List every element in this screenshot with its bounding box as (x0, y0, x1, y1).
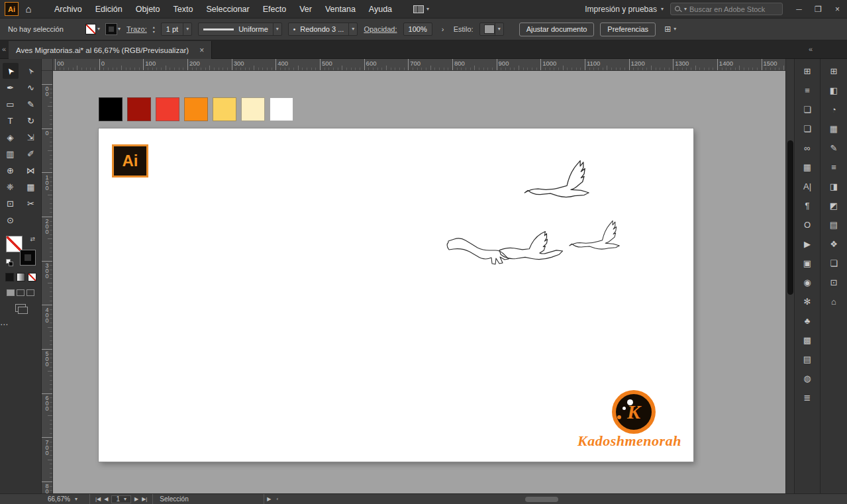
opacity-input[interactable]: 100% (403, 23, 432, 36)
collapse-left-icon[interactable]: « (2, 45, 6, 53)
status-menu-arrow-icon[interactable]: ▶ (264, 496, 274, 502)
document-canvas[interactable]: Ai K Kadoshmenorah (53, 71, 785, 493)
eyedropper-tool[interactable]: ✐ (23, 146, 39, 162)
zoom-tool[interactable]: ⊙ (3, 212, 19, 228)
appearance-panel-icon[interactable]: ▤ (825, 218, 842, 231)
menu-item[interactable]: Edición (89, 0, 129, 19)
prev-artboard-icon[interactable]: ◀ (104, 496, 108, 502)
stepper-down-icon[interactable]: ▾ (153, 30, 155, 34)
default-fill-stroke-icon[interactable] (6, 259, 13, 266)
align-panel-icon[interactable]: ≡ (799, 83, 816, 97)
brush-definition-select[interactable]: • Redondo 3 ... ▾ (288, 23, 358, 36)
arrange-documents-icon[interactable]: ⊞ ▾ (664, 25, 676, 34)
libraries-panel-icon[interactable]: ⌂ (825, 295, 842, 308)
paragraph-panel-icon[interactable]: ¶ (799, 199, 816, 212)
status-back-icon[interactable]: ‹ (274, 496, 281, 502)
menu-item[interactable]: Texto (167, 0, 200, 19)
color-swatch-object[interactable] (184, 97, 208, 121)
direct-selection-tool[interactable]: ➢ (23, 63, 39, 79)
home-icon[interactable]: ⌂ (19, 3, 38, 15)
color-button[interactable] (5, 273, 14, 281)
none-button[interactable] (28, 273, 36, 281)
preferences-button[interactable]: Preferencias (600, 23, 656, 36)
gradient-panel-icon[interactable]: ◉ (799, 276, 816, 289)
artboards-panel-icon[interactable]: ▣ (799, 256, 816, 270)
horizontal-scrollbar-thumb[interactable] (525, 497, 558, 502)
menu-item[interactable]: Seleccionar (199, 0, 256, 19)
slice-tool[interactable]: ✂ (23, 195, 39, 211)
artboards-panel-icon[interactable]: ⊡ (825, 276, 842, 289)
color-swatch-object[interactable] (127, 97, 151, 121)
transform-panel-icon[interactable]: ⊞ (799, 64, 816, 77)
paintbrush-tool[interactable]: ✎ (23, 96, 39, 112)
screen-mode-icon[interactable] (15, 304, 26, 312)
workspace-selector[interactable]: Impresión y pruebas ▾ (585, 5, 664, 14)
draw-inside-button[interactable] (26, 289, 34, 296)
workspace-switcher-icon[interactable]: ▾ (413, 5, 429, 13)
rectangle-tool[interactable]: ▭ (3, 96, 19, 112)
status-display[interactable]: Selección (153, 494, 264, 504)
fill-color-control[interactable]: ▾ (85, 24, 100, 34)
opacity-panel-arrow-icon[interactable]: › (438, 25, 448, 33)
vertical-ruler[interactable]: 000100200300400500600700800 (42, 71, 53, 493)
edit-toolbar-icon[interactable]: ⋯ (0, 320, 8, 329)
eraser-tool[interactable]: ◈ (3, 129, 19, 145)
graphic-styles-panel-icon[interactable]: ❖ (825, 237, 842, 250)
brand-name-text[interactable]: Kadoshmenorah (577, 432, 681, 450)
vertical-scrollbar[interactable] (785, 59, 794, 493)
collapse-right-icon[interactable]: « (809, 45, 813, 53)
opacity-label[interactable]: Opacidad: (364, 25, 397, 33)
color-swatch-object[interactable] (156, 97, 179, 121)
next-artboard-icon[interactable]: ▶ (134, 496, 138, 502)
menu-item[interactable]: Ventana (319, 0, 362, 19)
color-swatch-object[interactable] (241, 97, 265, 121)
fill-stroke-indicator[interactable]: ⇄ (6, 236, 35, 265)
links-panel-icon[interactable]: ∞ (799, 141, 816, 154)
appearance-panel-icon[interactable]: ≣ (799, 391, 816, 404)
stroke-panel-icon[interactable]: ≡ (825, 160, 842, 174)
symbol-tools-panel-icon[interactable]: ✻ (799, 295, 816, 308)
last-artboard-icon[interactable]: ▶| (142, 496, 147, 502)
gradient-tool[interactable]: ▥ (3, 146, 19, 162)
layers-panel-icon[interactable]: ❏ (799, 122, 816, 135)
artboard-tool[interactable]: ⊡ (3, 195, 19, 211)
menu-item[interactable]: Ver (293, 0, 319, 19)
stock-search-box[interactable]: ▾ (670, 3, 783, 15)
stroke-color-indicator[interactable] (21, 250, 35, 265)
stroke-weight-select[interactable]: 1 pt ▾ (161, 23, 192, 36)
fit-document-button[interactable]: Ajustar documento (519, 23, 595, 36)
color-panel-icon[interactable]: ◧ (825, 83, 842, 97)
type-tool[interactable]: T (3, 113, 19, 128)
opentype-panel-icon[interactable]: O (799, 218, 816, 231)
layers-panel-icon[interactable]: ❏ (825, 256, 842, 270)
gradient-panel-icon[interactable]: ◨ (825, 179, 842, 193)
rotate-tool[interactable]: ↻ (23, 113, 39, 128)
selection-tool[interactable]: ➤ (3, 63, 19, 79)
graphic-style-select[interactable]: ▾ (479, 23, 504, 36)
transparency-panel-icon[interactable]: ◍ (799, 372, 816, 385)
first-artboard-icon[interactable]: |◀ (95, 496, 101, 502)
zoom-level-select[interactable]: 66,67% ▾ (42, 494, 90, 504)
gradient-button[interactable] (17, 273, 25, 281)
restore-button[interactable]: ❐ (809, 0, 828, 18)
search-input[interactable] (689, 5, 778, 13)
pattern-options-panel-icon[interactable]: ▩ (799, 333, 816, 346)
character-panel-icon[interactable]: A| (799, 179, 816, 193)
horizontal-scrollbar[interactable] (289, 496, 839, 503)
brand-logo-object[interactable]: K (612, 390, 656, 434)
swap-fill-stroke-icon[interactable]: ⇄ (30, 236, 35, 242)
menu-item[interactable]: Objeto (129, 0, 167, 19)
color-guide-panel-icon[interactable]: ◔ (825, 103, 842, 116)
draw-behind-button[interactable] (17, 289, 25, 296)
horizontal-ruler[interactable]: 0001002003004005006007008009001000110012… (53, 59, 785, 71)
stroke-label[interactable]: Trazo: (126, 25, 147, 33)
vertical-scrollbar-thumb[interactable] (787, 140, 793, 295)
menu-item[interactable]: Ayuda (362, 0, 399, 19)
ruler-origin-corner[interactable] (42, 59, 53, 71)
color-swatch-object[interactable] (99, 97, 123, 121)
graph-tool[interactable]: ▦ (23, 179, 39, 195)
minimize-button[interactable]: ─ (789, 0, 809, 18)
goose-outline-1[interactable] (524, 161, 589, 197)
shape-builder-tool[interactable]: ⊕ (3, 162, 19, 178)
pen-tool[interactable]: ✒ (3, 79, 19, 95)
